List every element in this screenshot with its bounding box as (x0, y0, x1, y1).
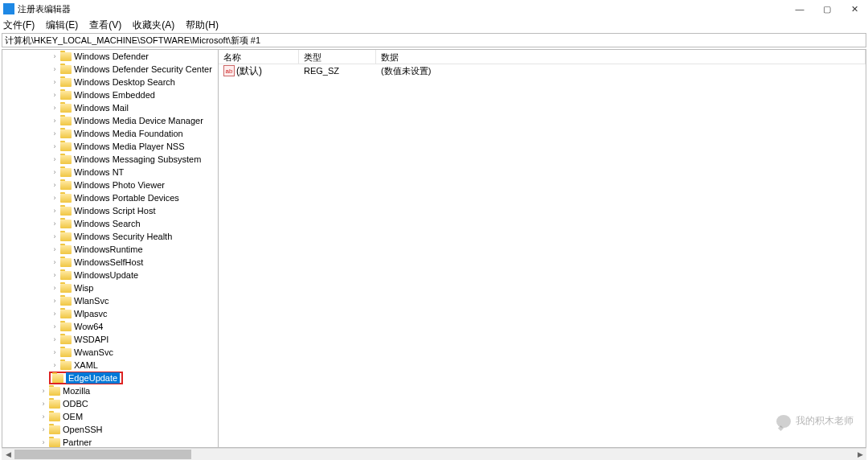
tree-item[interactable]: ›WwanSvc (2, 346, 218, 359)
tree-item[interactable]: ›Partner (2, 436, 218, 447)
menu-help[interactable]: 帮助(H) (186, 18, 219, 32)
scroll-left-arrow[interactable]: ◀ (2, 449, 14, 460)
titlebar[interactable]: 注册表编辑器 — ▢ ✕ (0, 0, 868, 18)
rename-input[interactable]: EdgeUpdate (66, 372, 120, 384)
tree-item[interactable]: ›Mozilla (2, 384, 218, 397)
menubar: 文件(F) 编辑(E) 查看(V) 收藏夹(A) 帮助(H) (0, 18, 868, 32)
tree-item[interactable]: ›WindowsSelfHost (2, 256, 218, 269)
expander-icon[interactable]: › (51, 142, 59, 150)
expander-icon[interactable]: › (51, 284, 59, 292)
tree-item[interactable]: ›Windows Media Player NSS (2, 140, 218, 153)
expander-icon[interactable]: › (51, 310, 59, 318)
tree-item[interactable]: ›WindowsRuntime (2, 243, 218, 256)
tree-label: Windows Search (74, 219, 141, 228)
tree-item[interactable]: ›Windows Desktop Search (2, 76, 218, 88)
menu-file[interactable]: 文件(F) (3, 18, 35, 32)
tree-item[interactable]: ›Windows Portable Devices (2, 191, 218, 204)
tree-item[interactable]: ›Windows Media Device Manager (2, 114, 218, 127)
expander-icon[interactable]: › (51, 258, 59, 266)
value-name: (默认) (236, 64, 262, 78)
tree-item[interactable]: ›Windows Search (2, 217, 218, 230)
tree-item-editing[interactable]: EdgeUpdate (2, 372, 218, 384)
expander-icon[interactable]: › (51, 129, 59, 138)
tree-label: Windows Portable Devices (74, 193, 179, 203)
expander-icon[interactable]: › (51, 335, 59, 343)
expander-icon[interactable]: › (39, 413, 47, 421)
expander-icon[interactable]: › (51, 65, 59, 73)
tree-label: Mozilla (63, 386, 90, 396)
address-bar[interactable]: 计算机\HKEY_LOCAL_MACHINE\SOFTWARE\Microsof… (2, 33, 866, 47)
horizontal-scrollbar[interactable]: ◀ ▶ (2, 448, 866, 460)
expander-icon[interactable]: › (51, 78, 59, 86)
expander-icon[interactable]: › (39, 425, 47, 433)
scroll-right-arrow[interactable]: ▶ (854, 449, 866, 460)
app-icon (3, 3, 14, 14)
expander-icon[interactable]: › (51, 52, 59, 60)
menu-favorites[interactable]: 收藏夹(A) (133, 18, 174, 32)
tree-pane: ›Windows Defender›Windows Defender Secur… (2, 49, 219, 448)
tree-item[interactable]: ›Windows Script Host (2, 204, 218, 217)
column-data[interactable]: 数据 (376, 50, 866, 64)
tree-item[interactable]: ›Windows NT (2, 166, 218, 179)
expander-icon[interactable]: › (51, 104, 59, 112)
tree-item[interactable]: ›XAML (2, 359, 218, 372)
tree-item[interactable]: ›Windows Media Foundation (2, 127, 218, 140)
folder-icon (49, 438, 60, 447)
expander-icon[interactable]: › (39, 400, 47, 408)
tree-item[interactable]: ›Windows Security Health (2, 230, 218, 243)
maximize-button[interactable]: ▢ (813, 0, 841, 18)
expander-icon[interactable]: › (51, 91, 59, 99)
tree-label: Windows Embedded (74, 90, 155, 100)
tree-label: XAML (74, 360, 98, 370)
expander-icon[interactable]: › (51, 271, 59, 279)
tree-label: Partner (63, 437, 92, 447)
tree-label: Windows Defender Security Center (74, 64, 212, 74)
tree-item[interactable]: ›WindowsUpdate (2, 269, 218, 281)
folder-icon (60, 335, 72, 344)
expander-icon[interactable]: › (51, 117, 59, 125)
tree-item[interactable]: ›OEM (2, 410, 218, 423)
tree-item[interactable]: ›Wow64 (2, 320, 218, 333)
column-type[interactable]: 类型 (299, 50, 376, 64)
expander-icon[interactable]: › (39, 387, 47, 395)
expander-icon[interactable]: › (51, 232, 59, 240)
expander-icon[interactable]: › (51, 155, 59, 163)
expander-icon[interactable]: › (51, 207, 59, 215)
tree-scroll[interactable]: ›Windows Defender›Windows Defender Secur… (2, 50, 218, 447)
tree-item[interactable]: ›OpenSSH (2, 423, 218, 436)
value-row[interactable]: ab (默认) REG_SZ (数值未设置) (219, 64, 866, 77)
expander-icon[interactable]: › (39, 438, 47, 446)
expander-icon[interactable]: › (51, 348, 59, 356)
tree-item[interactable]: ›Wisp (2, 281, 218, 294)
scrollbar-thumb[interactable] (14, 450, 191, 459)
value-type: REG_SZ (299, 66, 376, 76)
tree-item[interactable]: ›WSDAPI (2, 333, 218, 346)
tree-item[interactable]: ›ODBC (2, 397, 218, 410)
tree-item[interactable]: ›Windows Mail (2, 101, 218, 114)
tree-item[interactable]: ›Windows Defender (2, 50, 218, 63)
menu-edit[interactable]: 编辑(E) (46, 18, 78, 32)
expander-icon[interactable]: › (51, 181, 59, 189)
expander-icon[interactable]: › (51, 168, 59, 176)
close-button[interactable]: ✕ (841, 0, 868, 18)
menu-view[interactable]: 查看(V) (89, 18, 121, 32)
tree-item[interactable]: ›Windows Messaging Subsystem (2, 153, 218, 166)
expander-icon[interactable]: › (51, 297, 59, 305)
tree-item[interactable]: ›Wlpasvc (2, 307, 218, 320)
values-pane: 名称 类型 数据 ab (默认) REG_SZ (数值未设置) (219, 49, 866, 448)
tree-item[interactable]: ›Windows Photo Viewer (2, 179, 218, 191)
expander-icon[interactable]: › (51, 361, 59, 369)
tree-item[interactable]: ›Windows Defender Security Center (2, 63, 218, 76)
minimize-button[interactable]: — (786, 0, 813, 18)
tree-label: Windows Media Device Manager (74, 116, 203, 125)
folder-icon (52, 374, 63, 383)
expander-icon[interactable]: › (51, 220, 59, 228)
column-name[interactable]: 名称 (219, 50, 299, 64)
tree-item[interactable]: ›Windows Embedded (2, 88, 218, 101)
expander-icon[interactable]: › (51, 322, 59, 331)
folder-icon (60, 297, 72, 306)
expander-icon[interactable]: › (51, 194, 59, 202)
expander-icon[interactable]: › (51, 245, 59, 253)
tree-item[interactable]: ›WlanSvc (2, 294, 218, 307)
tree-label: Windows NT (74, 167, 124, 177)
